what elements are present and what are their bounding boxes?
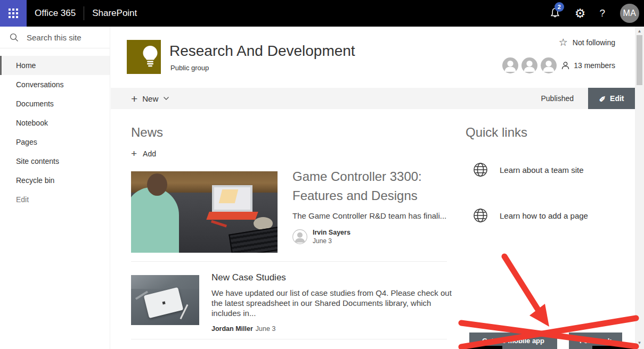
news-image-case-studies[interactable] — [131, 275, 199, 325]
sharepoint-link[interactable]: SharePoint — [92, 8, 137, 19]
app-launcher-button[interactable] — [0, 0, 27, 27]
scrollbar-down-arrow[interactable]: ▼ — [635, 340, 644, 345]
vertical-scrollbar[interactable]: ▲ ▼ — [635, 27, 644, 349]
edit-page-button[interactable]: ✎ Edit — [588, 88, 635, 109]
question-mark-icon: ? — [599, 7, 605, 19]
settings-button[interactable]: ⚙ — [575, 7, 586, 20]
member-avatar — [541, 57, 557, 73]
sidebar-item-pages[interactable]: Pages — [0, 132, 110, 152]
news-divider — [131, 261, 447, 262]
chevron-down-icon — [163, 96, 169, 101]
member-avatar — [502, 57, 518, 73]
site-search — [0, 27, 110, 48]
article-date: June 3 — [313, 237, 350, 245]
waffle-icon — [9, 9, 18, 18]
quick-link-label: Learn how to add a page — [500, 211, 588, 220]
suite-bar-divider — [84, 6, 84, 20]
author-name: Jordan Miller — [211, 325, 253, 333]
office-365-brand-link[interactable]: Office 365 — [35, 8, 76, 19]
follow-button[interactable]: ☆ Not following — [559, 37, 615, 47]
add-news-label: Add — [143, 149, 156, 158]
news-article-title[interactable]: Game Controller 3300: Features and Desig… — [292, 167, 452, 205]
members-count-button[interactable]: 13 members — [561, 61, 615, 70]
bottom-edge-bar — [460, 346, 502, 349]
account-avatar[interactable]: MA — [620, 4, 639, 23]
scrollbar-thumb[interactable] — [637, 35, 642, 85]
sidebar-item-recycle-bin[interactable]: Recycle bin — [0, 171, 110, 190]
news-article-2: New Case Studies We have updated our lis… — [211, 272, 452, 333]
member-avatar — [521, 57, 537, 73]
person-icon — [561, 61, 570, 70]
news-article-1: Game Controller 3300: Features and Desig… — [292, 167, 452, 245]
members-row: 13 members — [502, 57, 615, 73]
office-365-suite-bar: Office 365 SharePoint 2 ⚙ ? MA — [0, 0, 644, 27]
edit-button-label: Edit — [610, 94, 624, 103]
follow-label: Not following — [573, 38, 615, 47]
news-article-excerpt: The Game Controller R&D team has finali.… — [292, 211, 452, 220]
page-content: News + Add Game Controller 3300: Feature… — [111, 109, 635, 349]
author-block: Irvin Sayers June 3 — [313, 229, 350, 245]
news-article-excerpt: We have updated our list of case studies… — [211, 288, 452, 318]
site-privacy-label: Public group — [170, 64, 209, 72]
quick-link-label: Learn about a team site — [500, 165, 584, 174]
plus-icon: + — [131, 93, 137, 104]
add-news-button[interactable]: + Add — [131, 148, 156, 159]
search-icon — [10, 33, 19, 42]
quick-links-heading: Quick links — [466, 125, 527, 140]
author-name: Irvin Sayers — [313, 229, 350, 236]
site-navigation-sidebar: Home Conversations Documents Notebook Pa… — [0, 27, 110, 349]
news-section-heading: News — [131, 125, 163, 140]
sidebar-item-notebook[interactable]: Notebook — [0, 113, 110, 132]
quick-link-add-page[interactable]: Learn how to add a page — [473, 208, 588, 223]
sharepoint-team-site-page: Office 365 SharePoint 2 ⚙ ? MA — [0, 0, 644, 349]
image-decoration — [131, 187, 179, 253]
quick-link-team-site[interactable]: Learn about a team site — [473, 162, 584, 177]
lightbulb-icon — [127, 40, 161, 74]
suite-bar-actions: 2 ⚙ ? MA — [549, 0, 644, 27]
site-logo[interactable] — [127, 40, 161, 74]
sidebar-nav: Home Conversations Documents Notebook Pa… — [0, 56, 110, 209]
members-label: 13 members — [574, 61, 615, 70]
article-date: June 3 — [256, 325, 276, 333]
new-button[interactable]: + New — [131, 93, 169, 104]
news-image-game-controller[interactable] — [131, 171, 278, 253]
image-decoration — [147, 173, 167, 196]
notification-count-badge: 2 — [555, 2, 564, 12]
globe-icon — [473, 208, 488, 223]
author-avatar — [292, 229, 307, 244]
news-article-title[interactable]: New Case Studies — [211, 272, 452, 283]
publish-status-label: Published — [541, 94, 574, 103]
site-title[interactable]: Research And Development — [169, 43, 355, 60]
sidebar-item-edit[interactable]: Edit — [0, 190, 110, 209]
pencil-icon: ✎ — [599, 94, 606, 103]
site-header: Research And Development Public group ☆ … — [111, 27, 635, 88]
scrollbar-up-arrow[interactable]: ▲ — [635, 29, 644, 34]
news-article-byline: Irvin Sayers June 3 — [292, 229, 452, 245]
sidebar-item-home[interactable]: Home — [0, 56, 110, 75]
plus-icon: + — [131, 148, 137, 159]
news-divider — [131, 339, 447, 339]
globe-icon — [473, 162, 488, 177]
notifications-button[interactable]: 2 — [549, 7, 561, 20]
search-input[interactable] — [26, 32, 108, 43]
sidebar-item-documents[interactable]: Documents — [0, 94, 110, 113]
help-button[interactable]: ? — [599, 7, 605, 19]
gear-icon: ⚙ — [575, 7, 586, 20]
new-button-label: New — [142, 94, 158, 103]
sidebar-item-conversations[interactable]: Conversations — [0, 75, 110, 94]
image-decoration — [206, 212, 258, 220]
news-article-byline: Jordan MillerJune 3 — [211, 325, 452, 333]
star-icon: ☆ — [559, 37, 568, 47]
page-command-bar: + New Published ✎ Edit — [111, 88, 635, 109]
sidebar-item-site-contents[interactable]: Site contents — [0, 152, 110, 171]
